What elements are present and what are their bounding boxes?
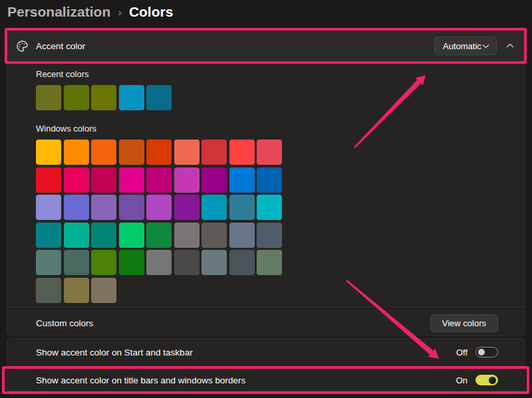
color-swatch[interactable] bbox=[201, 223, 227, 248]
color-swatch[interactable] bbox=[257, 140, 282, 165]
color-swatch[interactable] bbox=[146, 195, 172, 220]
color-swatch[interactable] bbox=[201, 167, 227, 193]
custom-colors-row: Custom colors View colors bbox=[7, 310, 525, 336]
view-colors-button[interactable]: View colors bbox=[430, 314, 498, 332]
color-swatch[interactable] bbox=[257, 223, 282, 248]
color-swatch[interactable] bbox=[64, 85, 89, 110]
dropdown-value: Automatic bbox=[443, 41, 481, 51]
palette-icon bbox=[15, 39, 29, 52]
color-swatch[interactable] bbox=[36, 250, 61, 275]
accent-on-start-state: Off bbox=[456, 348, 467, 357]
recent-colors-label: Recent colors bbox=[36, 69, 525, 80]
accent-on-start-label: Show accent color on Start and taskbar bbox=[36, 348, 193, 357]
color-swatch[interactable] bbox=[201, 140, 227, 165]
color-swatch[interactable] bbox=[146, 167, 172, 193]
windows-colors-label: Windows colors bbox=[36, 124, 525, 134]
color-swatch[interactable] bbox=[229, 250, 255, 275]
color-swatch[interactable] bbox=[91, 250, 116, 275]
color-swatch[interactable] bbox=[91, 167, 116, 193]
custom-colors-label: Custom colors bbox=[36, 318, 93, 328]
accent-on-titlebars-row: Show accent color on title bars and wind… bbox=[7, 369, 525, 391]
color-swatch[interactable] bbox=[64, 167, 89, 193]
color-swatch[interactable] bbox=[64, 223, 89, 248]
toggle-knob bbox=[489, 377, 496, 384]
accent-color-mode-dropdown[interactable]: Automatic bbox=[434, 37, 497, 55]
collapse-expander-button[interactable] bbox=[502, 38, 518, 54]
color-swatch[interactable] bbox=[174, 140, 200, 165]
toggle-knob bbox=[478, 349, 485, 355]
color-swatch[interactable] bbox=[229, 140, 255, 165]
accent-on-titlebars-toggle[interactable] bbox=[475, 375, 498, 385]
windows-colors-swatches bbox=[36, 140, 283, 303]
color-swatch[interactable] bbox=[64, 195, 89, 220]
color-swatch[interactable] bbox=[174, 250, 200, 275]
breadcrumb-personalization[interactable]: Personalization bbox=[7, 4, 110, 20]
color-swatch[interactable] bbox=[64, 278, 89, 303]
accent-on-start-toggle[interactable] bbox=[475, 347, 498, 357]
chevron-up-icon bbox=[506, 43, 514, 49]
color-swatch[interactable] bbox=[174, 167, 200, 193]
color-swatch[interactable] bbox=[257, 167, 282, 193]
color-swatch[interactable] bbox=[146, 140, 172, 165]
color-swatch[interactable] bbox=[146, 250, 172, 275]
color-swatch[interactable] bbox=[201, 250, 227, 275]
color-swatch[interactable] bbox=[91, 85, 116, 110]
color-swatch[interactable] bbox=[257, 250, 282, 275]
recent-colors-swatches bbox=[36, 85, 283, 110]
accent-on-titlebars-state: On bbox=[456, 375, 467, 385]
color-swatch[interactable] bbox=[36, 140, 61, 165]
chevron-down-icon bbox=[482, 44, 489, 49]
color-swatch[interactable] bbox=[64, 140, 89, 165]
color-swatch[interactable] bbox=[91, 140, 116, 165]
color-swatch[interactable] bbox=[91, 195, 116, 220]
color-swatch[interactable] bbox=[36, 85, 61, 110]
color-swatch[interactable] bbox=[174, 195, 200, 220]
accent-color-card[interactable]: Accent color Automatic bbox=[7, 31, 525, 60]
accent-on-start-row: Show accent color on Start and taskbar O… bbox=[7, 338, 525, 366]
color-swatch[interactable] bbox=[36, 278, 61, 303]
color-swatch[interactable] bbox=[119, 140, 144, 165]
color-swatch[interactable] bbox=[119, 85, 144, 110]
breadcrumb-separator: › bbox=[118, 5, 122, 19]
color-swatch[interactable] bbox=[91, 223, 116, 248]
color-swatch[interactable] bbox=[201, 195, 227, 220]
page-title: Colors bbox=[129, 4, 174, 20]
color-swatch[interactable] bbox=[229, 223, 255, 248]
color-swatch[interactable] bbox=[36, 223, 61, 248]
color-swatch[interactable] bbox=[229, 167, 255, 193]
accent-on-titlebars-label: Show accent color on title bars and wind… bbox=[36, 375, 245, 385]
color-swatch[interactable] bbox=[119, 250, 144, 275]
color-swatch[interactable] bbox=[146, 85, 172, 110]
color-swatch[interactable] bbox=[257, 195, 282, 220]
color-swatch[interactable] bbox=[64, 250, 89, 275]
accent-color-label: Accent color bbox=[36, 41, 85, 51]
color-swatch[interactable] bbox=[119, 223, 144, 248]
color-swatch[interactable] bbox=[174, 223, 200, 248]
color-swatch[interactable] bbox=[36, 195, 61, 220]
color-swatch[interactable] bbox=[229, 195, 255, 220]
breadcrumb: Personalization › Colors bbox=[7, 4, 173, 20]
color-swatch[interactable] bbox=[119, 167, 144, 193]
color-swatch[interactable] bbox=[146, 223, 172, 248]
accent-color-expanded-panel: Recent colors Windows colors bbox=[7, 64, 525, 308]
color-swatch[interactable] bbox=[36, 167, 61, 193]
color-swatch[interactable] bbox=[91, 278, 116, 303]
color-swatch[interactable] bbox=[119, 195, 144, 220]
